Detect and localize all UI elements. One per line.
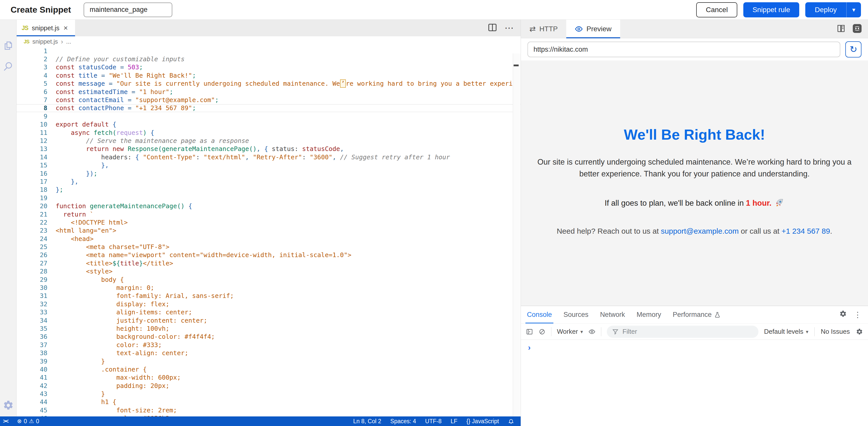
breadcrumb-more[interactable]: ... <box>66 38 71 45</box>
editor-scrollbar[interactable] <box>513 53 520 417</box>
default-levels-dropdown[interactable]: Default levels▾ <box>764 328 808 336</box>
code-text: <html lang="en"> <box>48 227 116 234</box>
notifications-bell-icon[interactable] <box>508 418 514 424</box>
toolbar-divider <box>814 327 815 336</box>
discord-icon[interactable] <box>852 24 862 34</box>
console-sidebar-toggle-icon[interactable] <box>526 328 533 335</box>
line-number: 46 <box>17 415 48 417</box>
console-settings-gear-icon[interactable] <box>856 328 863 335</box>
devtools-tab-bar: ConsoleSourcesNetworkMemoryPerformance ⋮ <box>521 306 868 324</box>
cursor-position[interactable]: Ln 8, Col 2 <box>353 418 381 425</box>
code-line-34: 34 justify-content: center; <box>17 316 521 324</box>
tab-preview[interactable]: Preview <box>566 20 620 38</box>
line-number: 17 <box>17 178 48 185</box>
line-number: 10 <box>17 121 48 128</box>
code-text: height: 100vh; <box>48 325 169 332</box>
code-text: font-size: 2rem; <box>48 406 177 414</box>
code-text: <style> <box>48 268 113 275</box>
live-expression-eye-icon[interactable] <box>588 328 595 335</box>
line-number: 20 <box>17 202 48 210</box>
breadcrumb-file[interactable]: snippet.js <box>32 38 58 45</box>
language-mode[interactable]: {} JavaScript <box>466 418 499 425</box>
http-arrows-icon: ⇄ <box>529 24 536 33</box>
tab-close-icon[interactable]: × <box>63 24 68 32</box>
problems-errors[interactable]: ⊗ 0 <box>17 418 27 425</box>
docs-book-icon[interactable] <box>836 24 846 34</box>
deploy-button[interactable]: Deploy <box>805 6 846 14</box>
line-number: 24 <box>17 235 48 243</box>
devtools-tab-memory[interactable]: Memory <box>637 306 661 323</box>
code-line-1: 1 <box>17 47 521 55</box>
eol-sequence[interactable]: LF <box>451 418 458 425</box>
indentation[interactable]: Spaces: 4 <box>391 418 416 425</box>
cancel-button[interactable]: Cancel <box>696 2 737 18</box>
code-text: } <box>48 390 105 398</box>
devtools-panel: ConsoleSourcesNetworkMemoryPerformance ⋮ <box>521 306 868 426</box>
code-line-17: 17 }, <box>17 177 521 186</box>
line-number: 7 <box>17 96 48 104</box>
code-line-45: 45 font-size: 2rem; <box>17 406 521 414</box>
line-number: 6 <box>17 88 48 95</box>
console-filter-input[interactable]: Filter <box>607 326 758 338</box>
code-line-32: 32 display: flex; <box>17 300 521 308</box>
code-text: const estimatedTime = "1 hour"; <box>48 88 173 95</box>
line-number: 34 <box>17 317 48 324</box>
encoding[interactable]: UTF-8 <box>425 418 441 425</box>
line-number: 37 <box>17 341 48 349</box>
snippet-rule-button[interactable]: Snippet rule <box>743 2 799 18</box>
code-text: return new Response(generateMaintenanceP… <box>48 145 344 152</box>
split-editor-icon[interactable] <box>488 24 497 32</box>
line-number: 22 <box>17 219 48 226</box>
devtools-tab-network[interactable]: Network <box>600 306 625 323</box>
line-number: 5 <box>17 80 48 87</box>
code-line-22: 22 <!DOCTYPE html> <box>17 218 521 226</box>
devtools-tab-sources[interactable]: Sources <box>563 306 588 323</box>
refresh-button[interactable]: ↻ <box>845 41 862 57</box>
code-line-11: 11 async fetch(request) { <box>17 129 521 137</box>
deploy-split-button[interactable]: Deploy ▾ <box>805 2 861 18</box>
code-text: function generateMaintenancePage() { <box>48 202 192 210</box>
devtools-kebab-menu-icon[interactable]: ⋮ <box>854 310 862 319</box>
code-text: font-family: Arial, sans-serif; <box>48 292 234 300</box>
clear-console-icon[interactable] <box>538 328 546 335</box>
code-line-46: 46 color: #0056b3; <box>17 415 521 417</box>
breadcrumb[interactable]: JS snippet.js › ... <box>17 36 521 47</box>
preview-url-input[interactable] <box>527 41 840 57</box>
no-issues-counter[interactable]: No Issues <box>820 328 850 336</box>
code-text: h1 { <box>48 398 116 405</box>
settings-gear-icon[interactable] <box>3 400 14 411</box>
line-number: 4 <box>17 72 48 79</box>
console-prompt-chevron[interactable]: › <box>521 340 868 351</box>
deploy-dropdown-caret-icon[interactable]: ▾ <box>846 2 861 18</box>
more-actions-icon[interactable]: ⋯ <box>504 26 514 30</box>
code-editor[interactable]: 12// Define your customizable inputs3con… <box>17 47 521 417</box>
context-selector[interactable]: Worker▾ <box>557 328 583 336</box>
code-line-24: 24 <head> <box>17 235 521 243</box>
code-text: <meta name="viewport" content="width=dev… <box>48 251 351 259</box>
code-text: text-align: center; <box>48 349 188 357</box>
flask-icon <box>714 312 721 318</box>
tab-http[interactable]: ⇄ HTTP <box>521 20 566 38</box>
code-line-6: 6const estimatedTime = "1 hour"; <box>17 88 521 96</box>
breadcrumb-js-icon: JS <box>24 39 29 45</box>
breadcrumb-chevron-icon: › <box>61 38 63 46</box>
tab-snippet-js[interactable]: JS snippet.js × <box>17 20 75 36</box>
snippet-name-input[interactable] <box>84 2 172 17</box>
code-text: <meta charset="UTF-8"> <box>48 243 169 251</box>
code-line-35: 35 height: 100vh; <box>17 324 521 333</box>
files-icon[interactable] <box>3 40 14 51</box>
support-email-link[interactable]: support@example.com <box>661 227 739 235</box>
line-number: 36 <box>17 333 48 340</box>
code-line-12: 12 // Serve the maintenance page as a re… <box>17 137 521 145</box>
devtools-tab-performance[interactable]: Performance <box>673 306 721 323</box>
code-line-10: 10export default { <box>17 120 521 129</box>
line-number: 23 <box>17 227 48 234</box>
phone-link[interactable]: +1 234 567 89 <box>782 227 830 235</box>
preview-panel: ⇄ HTTP Preview <box>521 20 868 426</box>
code-line-41: 41 max-width: 600px; <box>17 374 521 381</box>
devtools-settings-gear-icon[interactable] <box>839 310 847 319</box>
problems-warnings[interactable]: ⚠ 0 <box>29 418 39 425</box>
search-icon[interactable] <box>3 61 14 72</box>
devtools-tab-console[interactable]: Console <box>527 306 552 323</box>
remote-indicator-icon[interactable]: >< <box>3 418 8 425</box>
